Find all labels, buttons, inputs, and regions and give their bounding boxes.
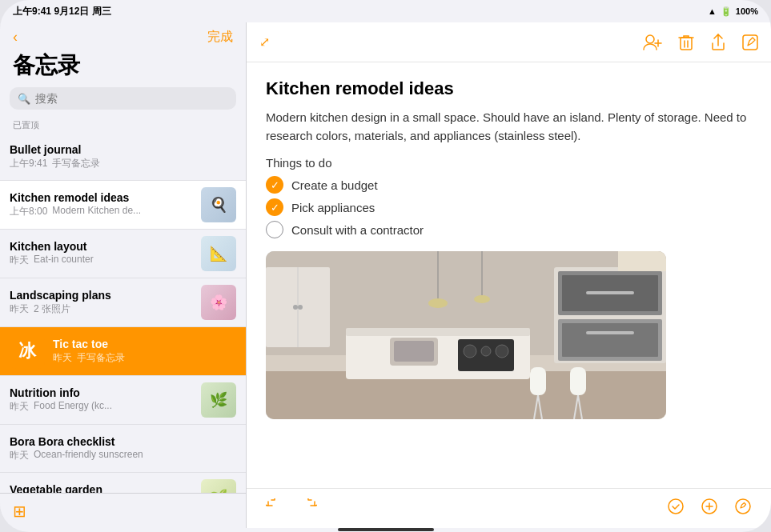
home-bar <box>338 528 434 531</box>
note-icon-tic: 冰 <box>10 334 45 369</box>
detail-bottom-toolbar <box>247 488 771 528</box>
battery-icon: 🔋 <box>721 6 732 17</box>
note-preview: Food Energy (kc... <box>34 400 112 414</box>
back-button[interactable]: ‹ <box>13 29 18 46</box>
todo-item-2: ✓ Pick appliances <box>266 198 752 216</box>
note-preview: Ocean-friendly sunscreen <box>34 449 143 462</box>
detail-toolbar: ⤢ <box>247 22 771 62</box>
note-item-vegetable[interactable]: Vegetable garden 昨天 Start planting in...… <box>0 473 246 493</box>
note-time: 昨天 <box>10 302 29 316</box>
note-preview: Eat-in counter <box>34 254 94 267</box>
note-title: Bullet journal <box>10 143 236 156</box>
note-preview: 手写备忘录 <box>77 351 125 365</box>
note-preview: 手写备忘录 <box>52 157 100 170</box>
search-icon: 🔍 <box>18 93 30 105</box>
compose-circle-icon[interactable] <box>734 498 752 519</box>
main-area: ‹ 完成 备忘录 🔍 已置顶 Bullet journal 上午9:41 手写备… <box>0 22 771 528</box>
note-title: Kitchen layout <box>10 240 195 253</box>
sidebar-bottom: ⊞ <box>0 493 246 528</box>
svg-point-0 <box>646 35 654 43</box>
note-item-landscaping[interactable]: Landscaping plans 昨天 2 张照片 🌸 <box>0 278 246 327</box>
todo-text-1: Create a budget <box>291 178 378 192</box>
undo-icon[interactable] <box>266 498 283 518</box>
status-time: 上午9:41 9月12日 周三 <box>13 5 111 18</box>
note-time: 昨天 <box>53 351 72 365</box>
svg-rect-29 <box>530 367 546 395</box>
note-time: 上午9:41 <box>10 157 47 170</box>
note-item-bora-bora[interactable]: Bora Bora checklist 昨天 Ocean-friendly su… <box>0 425 246 473</box>
note-item-nutrition[interactable]: Nutrition info 昨天 Food Energy (kc... 🌿 <box>0 376 246 425</box>
svg-rect-11 <box>346 328 530 336</box>
note-title: Tic tac toe <box>53 338 236 350</box>
detail-title: Kitchen remodel ideas <box>266 78 752 99</box>
note-title: Bora Bora checklist <box>10 435 236 448</box>
note-item-bullet-journal[interactable]: Bullet journal 上午9:41 手写备忘录 <box>0 133 246 181</box>
wifi-icon: ▲ <box>708 6 717 16</box>
checkbox-done-2[interactable]: ✓ <box>266 198 283 216</box>
redo-icon[interactable] <box>299 498 317 518</box>
todo-text-3: Consult with a contractor <box>291 223 424 237</box>
expand-icon[interactable]: ⤢ <box>259 34 270 50</box>
svg-rect-13 <box>394 341 434 362</box>
note-thumbnail-layout: 📐 <box>201 236 236 271</box>
note-item-tic-tac-toe[interactable]: 冰 Tic tac toe 昨天 手写备忘录 <box>0 327 246 376</box>
svg-rect-35 <box>618 251 666 271</box>
checkbox-empty-3[interactable] <box>266 221 283 238</box>
svg-point-15 <box>464 345 476 358</box>
svg-rect-32 <box>570 367 586 395</box>
pinned-label: 已置顶 <box>0 116 246 133</box>
delete-icon[interactable] <box>678 34 694 51</box>
todo-text-2: Pick appliances <box>291 201 375 214</box>
grid-icon[interactable]: ⊞ <box>13 502 26 521</box>
todo-item-1: ✓ Create a budget <box>266 176 752 194</box>
share-icon[interactable] <box>710 34 726 51</box>
note-time: 昨天 <box>10 254 29 267</box>
svg-point-27 <box>293 305 298 310</box>
sidebar-title: 备忘录 <box>0 49 246 87</box>
svg-point-40 <box>669 499 683 514</box>
note-time: 昨天 <box>10 400 29 414</box>
edit-icon[interactable] <box>742 34 758 50</box>
note-thumbnail-kitchen: 🍳 <box>201 187 236 222</box>
svg-point-44 <box>736 499 750 514</box>
note-item-kitchen-layout[interactable]: Kitchen layout 昨天 Eat-in counter 📐 <box>0 230 246 278</box>
status-bar: 上午9:41 9月12日 周三 ▲ 🔋 100% <box>0 0 771 22</box>
sidebar: ‹ 完成 备忘录 🔍 已置顶 Bullet journal 上午9:41 手写备… <box>0 22 247 528</box>
sidebar-header: ‹ 完成 <box>0 22 246 49</box>
todo-item-3: Consult with a contractor <box>266 221 752 238</box>
home-indicator <box>0 528 771 532</box>
svg-rect-6 <box>743 35 757 50</box>
note-thumbnail-vegetable: 🌱 <box>201 479 236 493</box>
done-button[interactable]: 完成 <box>207 29 233 46</box>
svg-rect-3 <box>681 38 692 50</box>
svg-point-28 <box>298 305 303 310</box>
note-time: 昨天 <box>10 449 29 462</box>
check-circle-icon[interactable] <box>667 498 685 519</box>
add-circle-icon[interactable] <box>701 498 718 519</box>
note-list: Bullet journal 上午9:41 手写备忘录 Kitchen remo… <box>0 133 246 493</box>
note-thumbnail-landscape: 🌸 <box>201 285 236 320</box>
note-thumbnail-nutrition: 🌿 <box>201 382 236 418</box>
checkbox-done-1[interactable]: ✓ <box>266 176 283 194</box>
detail-content: Kitchen remodel ideas Modern kitchen des… <box>247 62 771 488</box>
note-title: Nutrition info <box>10 386 195 399</box>
status-right: ▲ 🔋 100% <box>708 6 758 17</box>
todo-list: ✓ Create a budget ✓ Pick appliances Cons… <box>266 176 752 238</box>
svg-point-16 <box>481 346 491 356</box>
note-title: Kitchen remodel ideas <box>10 191 195 204</box>
search-bar[interactable]: 🔍 <box>10 87 236 110</box>
detail-panel: ⤢ <box>247 22 771 528</box>
note-title: Landscaping plans <box>10 289 195 302</box>
svg-rect-24 <box>586 331 634 334</box>
svg-point-37 <box>428 298 448 308</box>
add-person-icon[interactable] <box>643 34 662 51</box>
note-preview: Modern Kitchen de... <box>52 205 141 218</box>
things-label: Things to do <box>266 156 752 170</box>
battery-label: 100% <box>736 6 758 16</box>
note-time: 上午8:00 <box>10 205 47 218</box>
note-item-kitchen-remodel[interactable]: Kitchen remodel ideas 上午8:00 Modern Kitc… <box>0 181 246 230</box>
detail-body: Modern kitchen design in a small space. … <box>266 109 752 145</box>
note-preview: 2 张照片 <box>34 302 70 316</box>
search-input[interactable] <box>35 92 228 105</box>
note-title: Vegetable garden <box>10 483 195 493</box>
